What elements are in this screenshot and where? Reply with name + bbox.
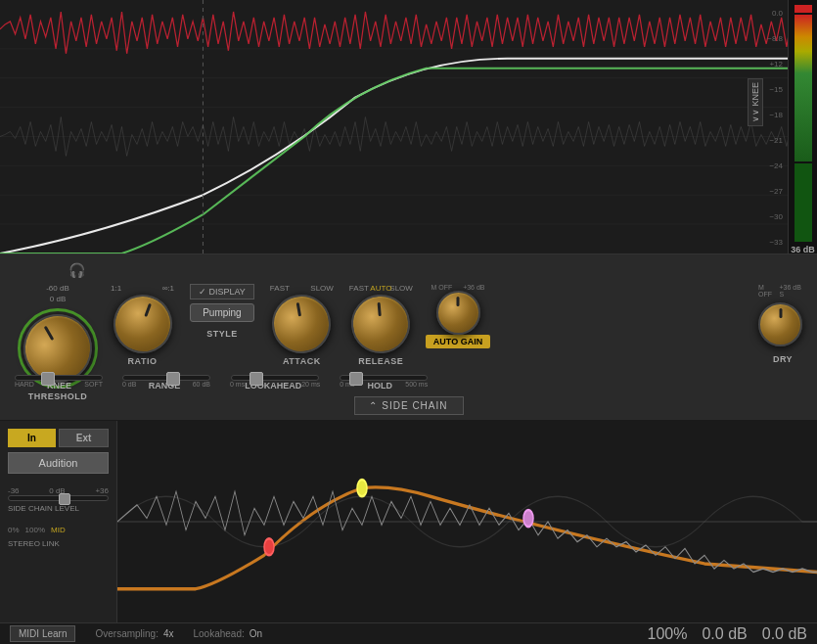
sc-level-max: +36: [95, 486, 109, 495]
knee-hard: HARD: [15, 381, 34, 391]
dry-label: DRY: [758, 354, 807, 364]
knee-slider-group: HARD KNEE SOFT: [15, 375, 103, 391]
stereo-mid: MID: [51, 526, 66, 534]
attack-slow: SLOW: [310, 284, 334, 293]
auto-gain-section: M OFF +36 dB AUTO GAIN: [426, 284, 490, 348]
release-knob[interactable]: [349, 292, 413, 355]
attack-knob[interactable]: [268, 290, 337, 358]
release-group: FAST AUTO SLOW RELEASE: [349, 284, 413, 366]
knee-button[interactable]: ∨∨ KNEE: [748, 78, 763, 126]
in-button[interactable]: In: [8, 429, 56, 447]
auto-gain-button[interactable]: AUTO GAIN: [426, 335, 490, 348]
knee-slider[interactable]: [15, 375, 103, 381]
threshold-max-label: 0 dB: [50, 295, 66, 303]
style-section: ✓ DISPLAY Pumping STYLE: [190, 284, 254, 339]
envelope-point-yellow: [357, 480, 367, 496]
pumping-button[interactable]: Pumping: [190, 303, 253, 322]
range-slider-group: 0 dB RANGE 60 dB: [122, 375, 210, 391]
side-chain-level-group: -36 0 dB +36 SIDE CHAIN LEVEL: [8, 486, 109, 513]
threshold-min-label: -60 dB: [46, 284, 69, 293]
ratio-label: RATIO: [128, 356, 158, 366]
oversampling-item: Oversampling: 4x: [95, 628, 173, 639]
hold-slider-group: 0 ms HOLD 500 ms: [340, 375, 428, 391]
auto-gain-off: M OFF: [431, 284, 453, 291]
hold-thumb[interactable]: [349, 372, 363, 386]
auto-gain-knob[interactable]: [436, 291, 480, 335]
controls-section: 🎧 -60 dB 0 dB THRESHOLD 1:1 ∞:1 RATIO: [0, 254, 817, 421]
side-chain-button[interactable]: ⌃ SIDE CHAIN: [353, 396, 463, 415]
side-chain-waveform: [117, 421, 817, 622]
side-chain-toggle: ⌃ SIDE CHAIN: [353, 396, 463, 415]
oversampling-label: Oversampling:: [95, 628, 158, 639]
bottom-section: In Ext Audition -36 0 dB +36 SIDE CHAIN …: [0, 421, 817, 622]
waveform-svg: [0, 0, 817, 253]
stereo-100: 100%: [25, 526, 45, 534]
range-min: 0 dB: [122, 381, 136, 391]
knee-arrows: ∨∨: [750, 109, 760, 122]
midi-learn-button[interactable]: MIDI Learn: [10, 625, 75, 642]
range-slider[interactable]: [122, 375, 210, 381]
auto-gain-plus: +36 dB: [463, 284, 484, 291]
ext-button[interactable]: Ext: [59, 429, 109, 447]
sc-level-thumb[interactable]: [59, 493, 70, 505]
audition-button[interactable]: Audition: [8, 452, 109, 474]
stereo-link-group: 0% 100% MID STEREO LINK: [8, 526, 109, 548]
lookahead-thumb[interactable]: [250, 372, 263, 386]
lookahead-status-label: Lookahead:: [194, 628, 245, 639]
dry-plus: +36 dB S: [779, 284, 807, 298]
lookahead-status-value: On: [250, 628, 262, 639]
vu-red-top: [794, 5, 812, 13]
lookahead-slider-group: 0 ms LOOKAHEAD 20 ms: [230, 375, 320, 391]
headphone-icon[interactable]: 🎧: [68, 262, 85, 278]
range-thumb[interactable]: [166, 372, 180, 386]
lookahead-labels: 0 ms LOOKAHEAD 20 ms: [230, 381, 320, 391]
sliders-row: HARD KNEE SOFT 0 dB RANGE 60 dB: [10, 375, 783, 391]
ratio-min: 1:1: [111, 284, 121, 293]
right-controls: M OFF +36 dB S DRY: [758, 284, 807, 364]
display-button[interactable]: ✓ DISPLAY: [190, 284, 254, 299]
vu-meter: 36 dB: [788, 0, 817, 254]
hold-max: 500 ms: [405, 381, 428, 391]
sc-level-slider[interactable]: [8, 495, 109, 501]
dry-off: M OFF: [758, 284, 779, 298]
attack-fast: FAST: [270, 284, 290, 293]
waveform-display: 0.0 −8.8 +12 −15 −18 −21 −24 −27 −30 −33…: [0, 0, 817, 254]
gain1-value: 0.0 dB: [702, 625, 747, 643]
auto-label: AUTO: [370, 284, 391, 293]
sc-level-label: SIDE CHAIN LEVEL: [8, 504, 109, 513]
side-chain-svg: [117, 421, 817, 622]
plugin-container: 0.0 −8.8 +12 −15 −18 −21 −24 −27 −30 −33…: [0, 0, 817, 644]
lookahead-slider[interactable]: [231, 375, 319, 381]
knee-labels: HARD KNEE SOFT: [15, 381, 103, 391]
zoom-value: 100%: [648, 625, 688, 643]
hold-slider[interactable]: [340, 375, 428, 381]
threshold-label: THRESHOLD: [28, 391, 88, 401]
gain2-value: 0.0 dB: [762, 625, 807, 643]
knee-thumb[interactable]: [41, 372, 55, 386]
attack-group: FAST SLOW ATTACK: [270, 284, 334, 366]
hold-label-main: HOLD: [368, 381, 393, 391]
envelope-point-red: [264, 538, 274, 555]
ratio-group: 1:1 ∞:1 RATIO: [111, 284, 174, 366]
ratio-max: ∞:1: [162, 284, 174, 293]
release-label: RELEASE: [358, 356, 403, 366]
status-right: 100% 0.0 dB 0.0 dB: [648, 625, 807, 643]
sc-level-min: -36: [8, 486, 20, 495]
lookahead-min: 0 ms: [230, 381, 245, 391]
vu-green-bottom: [794, 163, 812, 242]
style-label: STYLE: [206, 329, 238, 339]
left-panel: In Ext Audition -36 0 dB +36 SIDE CHAIN …: [0, 421, 117, 622]
ratio-knob[interactable]: [105, 286, 180, 361]
envelope-point-purple: [523, 510, 533, 527]
dry-knob[interactable]: [758, 302, 802, 346]
knee-text: KNEE: [750, 82, 760, 107]
stereo-pct: 0%: [8, 526, 20, 534]
release-fast: FAST: [349, 284, 369, 293]
range-max: 60 dB: [193, 381, 210, 391]
stereo-link-row: 0% 100% MID: [8, 526, 109, 534]
knee-soft: SOFT: [84, 381, 103, 391]
oversampling-value: 4x: [163, 628, 174, 639]
stereo-link-label: STEREO LINK: [8, 539, 109, 548]
lookahead-status-item: Lookahead: On: [194, 628, 263, 639]
status-bar: MIDI Learn Oversampling: 4x Lookahead: O…: [0, 622, 817, 644]
